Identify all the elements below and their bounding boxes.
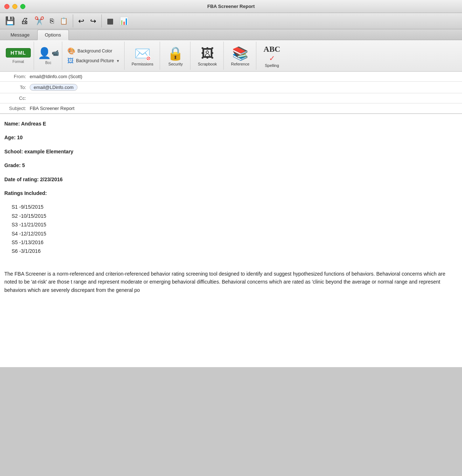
person-icon: 👤: [38, 47, 51, 59]
cut-icon: ✂️: [34, 17, 44, 25]
spelling-label: Spelling: [265, 63, 279, 68]
format-label: Format: [13, 59, 24, 64]
ribbon: HTML Format 👤 📹 Bcc 🎨 Background Color 🖼…: [0, 40, 462, 72]
list-item: S3 -11/21/2015: [12, 221, 458, 229]
to-field: To: email@LDinfo.com: [0, 82, 462, 93]
list-item: S5 -1/13/2016: [12, 238, 458, 246]
list-item: S4 -12/12/2015: [12, 230, 458, 238]
redo-icon: ↪: [90, 17, 96, 25]
subject-field: Subject:: [0, 103, 462, 114]
tabs: Message Options: [0, 29, 462, 40]
redo-button[interactable]: ↪: [88, 16, 98, 26]
body-age: Age: 10: [4, 133, 458, 141]
email-body[interactable]: Name: Andreas E Age: 10 School: example …: [0, 114, 462, 367]
reference-button[interactable]: 📚 Reference: [227, 44, 253, 67]
permissions-group: ✉️ ⊘ Permissions: [125, 42, 160, 70]
maximize-button[interactable]: [20, 4, 25, 9]
minimize-button[interactable]: [12, 4, 17, 9]
copy-icon: ⎘: [50, 18, 54, 24]
security-label: Security: [168, 62, 183, 66]
body-name: Name: Andreas E: [4, 120, 458, 128]
spelling-button[interactable]: ABC ✓ Spelling: [260, 43, 284, 68]
reference-group: 📚 Reference: [224, 42, 256, 70]
list-item: S2 -10/15/2015: [12, 212, 458, 220]
layout1-icon: ▦: [107, 17, 114, 25]
undo-icon: ↩: [78, 17, 84, 25]
layout2-button[interactable]: 📊: [117, 16, 131, 26]
lock-icon: 🔒: [167, 46, 184, 61]
from-field: From: email@ldinfo.com (Scott): [0, 72, 462, 82]
tab-message[interactable]: Message: [3, 30, 37, 40]
toolbar: 💾 🖨 ✂️ ⎘ 📋 ↩ ↪ ▦ 📊: [0, 13, 462, 29]
bg-color-label: Background Color: [77, 48, 112, 54]
video-icon: 📹: [52, 50, 59, 56]
layout1-button[interactable]: ▦: [105, 16, 116, 26]
from-value: email@ldinfo.com (Scott): [30, 74, 458, 79]
ratings-heading: Ratings Included:: [4, 190, 47, 196]
save-button[interactable]: 💾: [3, 16, 17, 26]
toolbar-separator: [73, 14, 73, 27]
background-picture-button[interactable]: 🖼 Background Picture ▼: [66, 56, 121, 65]
scrapbook-group: 🖼 Scrapbook: [191, 42, 224, 70]
format-group: HTML Format: [3, 42, 34, 70]
bg-picture-label: Background Picture: [76, 58, 114, 63]
html-format-button[interactable]: HTML: [6, 48, 31, 58]
books-icon: 📚: [232, 46, 248, 61]
picture-icon: 🖼: [67, 57, 74, 65]
close-button[interactable]: [4, 4, 9, 9]
list-item: S6 -3/1/2016: [12, 247, 458, 255]
background-color-button[interactable]: 🎨 Background Color: [66, 46, 121, 56]
body-date: Date of rating: 2/23/2016: [4, 175, 458, 183]
checkmark-icon: ✓: [269, 54, 275, 63]
window-title: FBA Screener Report: [207, 4, 255, 9]
subject-label: Subject:: [4, 106, 30, 111]
to-label: To:: [4, 85, 30, 90]
title-bar: FBA Screener Report: [0, 0, 462, 13]
paste-icon: 📋: [60, 18, 68, 24]
tab-options[interactable]: Options: [37, 30, 69, 40]
ratings-list: S1 -9/15/2015 S2 -10/15/2015 S3 -11/21/2…: [12, 203, 458, 255]
scrapbook-icon: 🖼: [201, 46, 214, 61]
reference-label: Reference: [231, 62, 249, 66]
body-school: School: example Elementary: [4, 148, 458, 156]
print-icon: 🖨: [21, 17, 29, 25]
copy-button[interactable]: ⎘: [48, 17, 56, 25]
cc-input[interactable]: [30, 95, 458, 101]
undo-button[interactable]: ↩: [76, 16, 87, 26]
paste-button[interactable]: 📋: [58, 17, 70, 25]
body-grade: Grade: 5: [4, 161, 458, 169]
paint-bucket-icon: 🎨: [67, 47, 75, 55]
list-item: S1 -9/15/2015: [12, 203, 458, 211]
print-button[interactable]: 🖨: [18, 16, 31, 26]
body-description: The FBA Screener is a norm-referenced an…: [4, 270, 458, 294]
spelling-abc-icon: ABC: [264, 44, 280, 54]
dropdown-arrow-icon: ▼: [116, 59, 120, 63]
background-group: 🎨 Background Color 🖼 Background Picture …: [63, 42, 125, 70]
subject-input[interactable]: [30, 106, 458, 111]
bcc-group: 👤 📹 Bcc: [35, 42, 62, 70]
bcc-label: Bcc: [45, 60, 51, 65]
to-chip[interactable]: email@LDinfo.com: [30, 84, 77, 91]
block-icon: ⊘: [146, 55, 151, 61]
email-form: From: email@ldinfo.com (Scott) To: email…: [0, 72, 462, 114]
from-label: From:: [4, 74, 30, 79]
ratings-section: Ratings Included: S1 -9/15/2015 S2 -10/1…: [4, 189, 458, 255]
security-button[interactable]: 🔒 Security: [164, 44, 187, 67]
spelling-group: ABC ✓ Spelling: [257, 42, 287, 70]
scrapbook-button[interactable]: 🖼 Scrapbook: [194, 44, 220, 67]
cc-field: Cc:: [0, 93, 462, 103]
security-group: 🔒 Security: [161, 42, 190, 70]
save-icon: 💾: [5, 17, 15, 25]
toolbar-separator-2: [101, 14, 102, 27]
permissions-label: Permissions: [132, 62, 154, 66]
window-controls[interactable]: [4, 4, 25, 9]
cut-button[interactable]: ✂️: [32, 16, 46, 26]
layout2-icon: 📊: [119, 17, 129, 25]
cc-label: Cc:: [4, 95, 30, 101]
scrapbook-label: Scrapbook: [198, 62, 217, 66]
permissions-button[interactable]: ✉️ ⊘ Permissions: [128, 44, 157, 67]
